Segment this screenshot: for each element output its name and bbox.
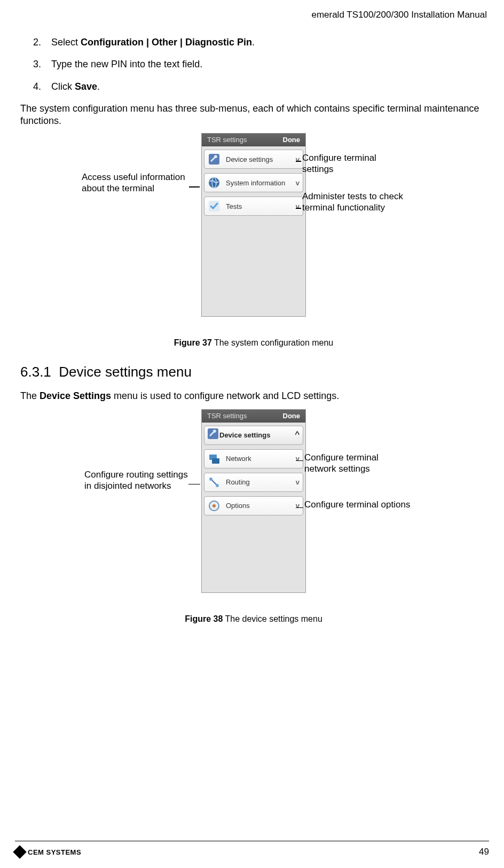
callout-routing: Configure routing settings in disjointed…	[84, 469, 191, 492]
menu-group-device-settings[interactable]: Device settings ^	[204, 426, 303, 445]
chevron-down-icon: v	[296, 455, 300, 463]
paragraph-intro: The system configuration menu has three …	[20, 103, 487, 127]
figure-38-caption: Figure 38 The device settings menu	[20, 614, 487, 624]
menu-label: Tests	[226, 202, 296, 210]
wrench-icon	[207, 427, 219, 443]
step-number: 4.	[33, 81, 41, 93]
chevron-down-icon: v	[296, 179, 300, 187]
step-number: 2.	[33, 36, 41, 49]
chevron-down-icon: v	[296, 502, 300, 510]
figure-37: TSR settings Done Device settings v Syst…	[20, 133, 487, 331]
callout-device-settings: Configure terminal settings	[302, 152, 409, 175]
screen-title: TSR settings	[207, 412, 247, 420]
callout-line	[189, 186, 200, 187]
screen-title: TSR settings	[207, 136, 247, 144]
callout-options: Configure terminal options	[304, 499, 411, 510]
callout-line	[188, 484, 200, 485]
para2-pre: The	[20, 390, 40, 401]
menu-item-system-information[interactable]: System information v	[204, 173, 303, 192]
section-heading-6-3-1: 6.3.1 Device settings menu	[20, 364, 487, 380]
step-4: 4. Click Save.	[20, 81, 487, 93]
menu-item-options[interactable]: Options v	[204, 496, 303, 515]
figure-37-caption: Figure 37 The system configuration menu	[20, 338, 487, 348]
device-screen-fig37: TSR settings Done Device settings v Syst…	[201, 133, 306, 317]
step-text-bold: Configuration | Other | Diagnostic Pin	[81, 37, 252, 48]
device-body: Device settings ^ Network v Routing v	[202, 423, 305, 592]
check-icon	[207, 199, 222, 214]
callout-tests: Administer tests to check terminal funct…	[302, 191, 409, 214]
caption-bold: Figure 38	[185, 614, 223, 623]
chevron-down-icon: v	[296, 155, 300, 163]
device-body: Device settings v System information v T…	[202, 146, 305, 316]
menu-label: System information	[226, 179, 296, 187]
section-title: Device settings menu	[59, 364, 192, 380]
network-icon	[207, 451, 222, 466]
routing-icon	[207, 475, 222, 490]
menu-item-tests[interactable]: Tests v	[204, 197, 303, 216]
wrench-icon	[207, 152, 222, 167]
svg-point-10	[212, 504, 216, 507]
menu-label: Options	[226, 502, 296, 510]
menu-label: Network	[226, 455, 296, 463]
step-text-pre: Click	[51, 81, 75, 92]
callout-line	[296, 507, 303, 509]
menu-item-network[interactable]: Network v	[204, 449, 303, 468]
callout-system-info: Access useful information about the term…	[82, 171, 188, 194]
paragraph-device-settings: The Device Settings menu is used to conf…	[20, 390, 487, 402]
menu-label: Device settings	[226, 155, 296, 163]
steps-list: 2. Select Configuration | Other | Diagno…	[20, 36, 487, 93]
brand-logo: CEM SYSTEMS	[15, 847, 81, 857]
step-text-post: .	[97, 81, 100, 92]
menu-label: Routing	[226, 478, 296, 486]
callout-line	[296, 208, 301, 209]
diamond-icon	[13, 845, 26, 858]
device-titlebar: TSR settings Done	[202, 410, 305, 423]
page-header-title: emerald TS100/200/300 Installation Manua…	[311, 10, 487, 20]
step-text-bold: Save	[75, 81, 97, 92]
done-button[interactable]: Done	[283, 412, 301, 420]
device-screen-fig38: TSR settings Done Device settings ^ Netw…	[201, 409, 306, 593]
chevron-down-icon: v	[296, 478, 300, 486]
svg-rect-6	[212, 458, 219, 464]
chevron-down-icon: v	[296, 202, 300, 210]
step-text-post: .	[252, 37, 255, 48]
para2-bold: Device Settings	[40, 390, 111, 401]
caption-rest: The device settings menu	[223, 614, 322, 623]
section-number: 6.3.1	[20, 364, 51, 380]
callout-network: Configure terminal network settings	[304, 452, 411, 475]
para2-post: menu is used to configure network and LC…	[111, 390, 339, 401]
menu-item-device-settings[interactable]: Device settings v	[204, 150, 303, 169]
caption-rest: The system configuration menu	[212, 338, 333, 347]
brand-text: CEM SYSTEMS	[28, 848, 81, 856]
options-icon	[207, 498, 222, 513]
caption-bold: Figure 37	[174, 338, 212, 347]
chevron-up-icon: ^	[295, 429, 300, 441]
figure-38: TSR settings Done Device settings ^ Netw…	[20, 409, 487, 607]
menu-item-routing[interactable]: Routing v	[204, 473, 303, 492]
callout-line	[296, 460, 303, 462]
globe-icon	[207, 175, 222, 190]
done-button[interactable]: Done	[283, 136, 301, 144]
main-content: 2. Select Configuration | Other | Diagno…	[20, 36, 487, 640]
step-3: 3. Type the new PIN into the text field.	[20, 58, 487, 71]
callout-line	[296, 161, 301, 162]
step-number: 3.	[33, 58, 41, 71]
page-number: 49	[479, 847, 489, 857]
menu-label: Device settings	[219, 431, 295, 439]
step-text-pre: Type the new PIN into the text field.	[51, 59, 202, 69]
device-titlebar: TSR settings Done	[202, 134, 305, 146]
step-2: 2. Select Configuration | Other | Diagno…	[20, 36, 487, 49]
step-text-pre: Select	[51, 37, 81, 48]
page-footer: CEM SYSTEMS 49	[15, 841, 489, 857]
